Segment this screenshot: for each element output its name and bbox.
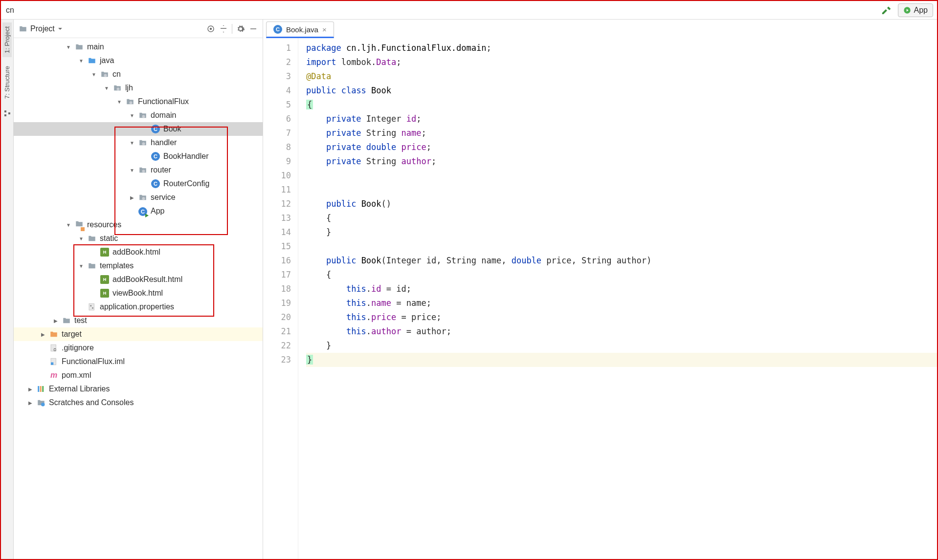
tree-item[interactable]: CBook bbox=[14, 122, 263, 136]
code-line[interactable]: } bbox=[306, 353, 937, 367]
tab-structure[interactable]: 7: Structure bbox=[2, 62, 12, 103]
breadcrumb-item[interactable]: cn bbox=[5, 6, 63, 15]
expand-arrow-icon[interactable]: ▼ bbox=[129, 140, 135, 146]
select-opened-file-icon[interactable] bbox=[206, 24, 215, 33]
tree-item[interactable]: HviewBook.html bbox=[14, 286, 263, 300]
expand-arrow-icon[interactable]: ▼ bbox=[78, 236, 84, 241]
code-line[interactable]: this.name = name; bbox=[306, 296, 937, 310]
line-number[interactable]: 2 bbox=[263, 55, 291, 69]
line-number[interactable]: 21 bbox=[263, 324, 291, 339]
tree-item[interactable]: ▼FunctionalFlux bbox=[14, 95, 263, 108]
tree-item[interactable]: application.properties bbox=[14, 300, 263, 314]
expand-arrow-icon[interactable]: ▼ bbox=[129, 168, 135, 173]
code-line[interactable]: private double price; bbox=[306, 140, 937, 154]
tree-item[interactable]: mpom.xml bbox=[14, 368, 263, 382]
line-number[interactable]: 18 bbox=[263, 282, 291, 296]
line-number[interactable]: 23 bbox=[263, 353, 291, 367]
code-line[interactable]: } bbox=[306, 225, 937, 239]
tree-item[interactable]: ▶target bbox=[14, 327, 263, 341]
tree-item[interactable]: ▶External Libraries bbox=[14, 382, 263, 396]
tree-item[interactable]: CBookHandler bbox=[14, 150, 263, 163]
line-number[interactable]: 7 bbox=[263, 126, 291, 140]
tree-item[interactable]: ▼templates bbox=[14, 259, 263, 273]
tree-item[interactable]: ▼resources bbox=[14, 218, 263, 232]
tree-item[interactable]: ▶Scratches and Consoles bbox=[14, 396, 263, 409]
code-line[interactable]: private String author; bbox=[306, 154, 937, 169]
code-line[interactable]: package cn.ljh.FunctionalFlux.domain; bbox=[306, 41, 937, 55]
expand-arrow-icon[interactable]: ▶ bbox=[53, 318, 59, 323]
line-number[interactable]: 14 bbox=[263, 225, 291, 239]
tree-item[interactable]: CRouterConfig bbox=[14, 177, 263, 191]
code-line[interactable]: this.price = price; bbox=[306, 310, 937, 324]
code-line[interactable]: this.author = author; bbox=[306, 324, 937, 339]
structure-icon[interactable] bbox=[3, 109, 11, 119]
tree-item[interactable]: ▼main bbox=[14, 40, 263, 54]
tree-item[interactable]: HaddBookResult.html bbox=[14, 273, 263, 286]
tree-item[interactable]: HaddBook.html bbox=[14, 245, 263, 259]
code-line[interactable]: { bbox=[306, 211, 937, 225]
expand-arrow-icon[interactable]: ▼ bbox=[78, 58, 84, 64]
project-view-selector[interactable]: Project bbox=[19, 24, 63, 33]
code-line[interactable]: { bbox=[306, 268, 937, 282]
code-editor[interactable]: package cn.ljh.FunctionalFlux.domain;imp… bbox=[298, 38, 937, 559]
line-number[interactable]: 1 bbox=[263, 41, 291, 55]
tree-item[interactable]: FunctionalFlux.iml bbox=[14, 355, 263, 368]
line-number[interactable]: 10 bbox=[263, 169, 291, 183]
expand-arrow-icon[interactable]: ▶ bbox=[40, 332, 46, 337]
code-line[interactable]: public class Book bbox=[306, 84, 937, 98]
expand-arrow-icon[interactable]: ▶ bbox=[27, 387, 33, 392]
line-number[interactable]: 8 bbox=[263, 140, 291, 154]
code-line[interactable] bbox=[306, 183, 937, 197]
line-gutter[interactable]: 1234567891011121314151617181920212223 bbox=[263, 38, 298, 559]
tree-item[interactable]: ▼cn bbox=[14, 67, 263, 81]
code-line[interactable] bbox=[306, 169, 937, 183]
line-number[interactable]: 17 bbox=[263, 268, 291, 282]
project-tree[interactable]: ▼main▼java▼cn▼ljh▼FunctionalFlux▼domainC… bbox=[14, 38, 263, 559]
tree-item[interactable]: .gitignore bbox=[14, 341, 263, 355]
line-number[interactable]: 20 bbox=[263, 310, 291, 324]
code-line[interactable]: } bbox=[306, 339, 937, 353]
code-line[interactable]: public Book() bbox=[306, 197, 937, 211]
expand-arrow-icon[interactable]: ▼ bbox=[129, 113, 135, 118]
expand-arrow-icon[interactable]: ▶ bbox=[27, 400, 33, 406]
code-line[interactable]: public Book(Integer id, String name, dou… bbox=[306, 254, 937, 268]
tree-item[interactable]: ▼java bbox=[14, 54, 263, 67]
tree-item[interactable]: ▼domain bbox=[14, 108, 263, 122]
expand-arrow-icon[interactable]: ▼ bbox=[116, 99, 122, 105]
code-line[interactable] bbox=[306, 239, 937, 254]
line-number[interactable]: 15 bbox=[263, 239, 291, 254]
tree-item[interactable]: ▼ljh bbox=[14, 81, 263, 95]
line-number[interactable]: 4 bbox=[263, 84, 291, 98]
minimize-icon[interactable] bbox=[249, 24, 258, 33]
expand-arrow-icon[interactable]: ▼ bbox=[91, 72, 97, 77]
line-number[interactable]: 13 bbox=[263, 211, 291, 225]
line-number[interactable]: 16 bbox=[263, 254, 291, 268]
line-number[interactable]: 12 bbox=[263, 197, 291, 211]
line-number[interactable]: 3 bbox=[263, 69, 291, 84]
expand-arrow-icon[interactable]: ▼ bbox=[78, 263, 84, 269]
expand-arrow-icon[interactable]: ▶ bbox=[129, 195, 135, 200]
tree-item[interactable]: ▼static bbox=[14, 232, 263, 245]
close-icon[interactable]: × bbox=[322, 25, 327, 34]
tree-item[interactable]: ▶test bbox=[14, 314, 263, 327]
line-number[interactable]: 6 bbox=[263, 112, 291, 126]
expand-arrow-icon[interactable]: ▼ bbox=[66, 222, 71, 228]
gear-icon[interactable] bbox=[236, 24, 245, 33]
tree-item[interactable]: CApp bbox=[14, 204, 263, 218]
tree-item[interactable]: ▶service bbox=[14, 191, 263, 204]
line-number[interactable]: 5 bbox=[263, 98, 291, 112]
expand-arrow-icon[interactable]: ▼ bbox=[66, 44, 71, 50]
code-line[interactable]: @Data bbox=[306, 69, 937, 84]
hammer-icon[interactable] bbox=[881, 4, 892, 17]
collapse-all-icon[interactable] bbox=[219, 24, 228, 33]
code-line[interactable]: private String name; bbox=[306, 126, 937, 140]
code-line[interactable]: import lombok.Data; bbox=[306, 55, 937, 69]
line-number[interactable]: 9 bbox=[263, 154, 291, 169]
line-number[interactable]: 11 bbox=[263, 183, 291, 197]
tab-book-java[interactable]: C Book.java × bbox=[266, 22, 334, 38]
tree-item[interactable]: ▼handler bbox=[14, 136, 263, 150]
tab-project[interactable]: 1: Project bbox=[2, 22, 12, 57]
tree-item[interactable]: ▼router bbox=[14, 163, 263, 177]
code-line[interactable]: this.id = id; bbox=[306, 282, 937, 296]
expand-arrow-icon[interactable]: ▼ bbox=[104, 86, 110, 91]
